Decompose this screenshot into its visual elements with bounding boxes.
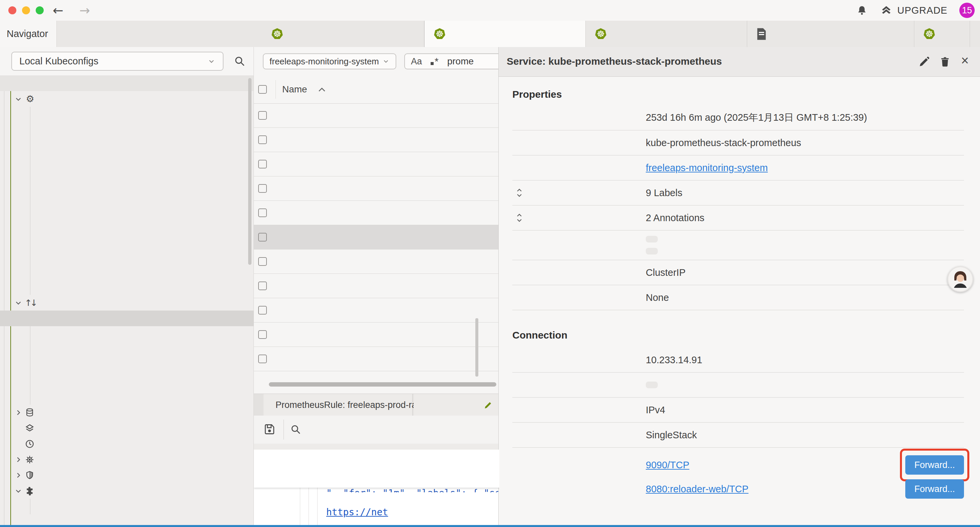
row-checkbox[interactable]: [258, 209, 267, 217]
editor-tab-next[interactable]: [414, 394, 500, 416]
table-row[interactable]: [254, 298, 500, 323]
sidebar-item-storage[interactable]: [0, 404, 253, 420]
sidebar-scrollbar[interactable]: [248, 78, 251, 265]
sidebar-item-definitions[interactable]: [0, 498, 253, 514]
chevron-down-icon[interactable]: [15, 96, 22, 103]
editor-search-icon[interactable]: [290, 424, 301, 435]
sidebar-item-config-maps[interactable]: [0, 107, 253, 123]
navigator-panel-tab[interactable]: Navigator: [0, 21, 57, 47]
sidebar-item-helm[interactable]: [0, 452, 253, 467]
chevron-right-icon[interactable]: [15, 456, 22, 463]
search-icon[interactable]: [234, 55, 245, 67]
sidebar-item-horizontal-pod-autoscalers[interactable]: [0, 169, 253, 185]
name-column-header[interactable]: Name: [282, 84, 307, 95]
sidebar-item-network[interactable]: ↑↓: [0, 295, 253, 310]
sidebar-item-custom-resources[interactable]: [0, 483, 253, 498]
yaml-editor[interactable]: ", "for": "1m", "labels": { "service": "…: [254, 450, 500, 525]
sidebar-item-leases[interactable]: [0, 248, 253, 263]
sidebar-item-limit-ranges[interactable]: [0, 154, 253, 169]
row-checkbox[interactable]: [258, 233, 267, 242]
forward-arrow-icon[interactable]: →: [80, 3, 90, 18]
notification-count-badge[interactable]: 15: [959, 3, 975, 18]
sidebar-item-ingress-classes[interactable]: [0, 358, 253, 373]
port-link[interactable]: 9090/TCP: [646, 460, 689, 471]
sidebar-item-pod-disruption-budgets[interactable]: [0, 201, 253, 217]
table-row[interactable]: [254, 177, 500, 201]
name-filter-input[interactable]: Aa * prome: [404, 53, 504, 69]
sidebar-item-ingresses[interactable]: [0, 342, 253, 358]
user-avatar[interactable]: [947, 266, 973, 292]
row-checkbox[interactable]: [258, 306, 267, 315]
editor-tab-prometheusrule[interactable]: PrometheusRule: freeleaps-prod-rabbitmq: [264, 394, 413, 416]
save-icon[interactable]: [263, 423, 276, 436]
chevron-down-icon[interactable]: [15, 487, 22, 495]
sidebar-item-namespaces[interactable]: [0, 420, 253, 436]
sidebar-item-validating-webhook-configurations[interactable]: [0, 279, 253, 295]
chevron-down-icon[interactable]: [15, 299, 22, 307]
table-row[interactable]: [254, 347, 500, 371]
horizontal-scrollbar[interactable]: [269, 382, 496, 387]
tab-pods-icecheng-mathmas[interactable]: ☸: [262, 21, 424, 47]
sidebar-item-config[interactable]: ⚙: [0, 91, 253, 107]
match-case-toggle[interactable]: Aa: [411, 56, 422, 67]
sort-updown-icon[interactable]: [516, 188, 522, 197]
row-checkbox[interactable]: [258, 135, 267, 144]
table-row[interactable]: [254, 201, 500, 225]
namespace-select[interactable]: freeleaps-monitoring-system: [263, 53, 396, 69]
back-arrow-icon[interactable]: ←: [53, 3, 64, 18]
detail-scrollbar[interactable]: [475, 318, 478, 377]
edit-pencil-icon[interactable]: [918, 56, 930, 68]
sidebar-item-secrets[interactable]: [0, 123, 253, 138]
sort-asc-icon[interactable]: [318, 87, 326, 93]
row-checkbox[interactable]: [258, 282, 267, 290]
table-row[interactable]: [254, 225, 500, 250]
sidebar-item-events[interactable]: [0, 436, 253, 452]
upgrade-button[interactable]: UPGRADE: [880, 4, 947, 17]
close-icon[interactable]: ×: [961, 54, 969, 66]
sidebar-item-services[interactable]: [0, 310, 253, 326]
forward-button[interactable]: Forward...: [905, 455, 964, 474]
tab-services-icecheng-math[interactable]: ☸: [424, 21, 586, 47]
tab-prometheus-rules-icecheng[interactable]: ☸: [586, 21, 747, 47]
port-link[interactable]: 8080:reloader-web/TCP: [646, 484, 749, 495]
minimize-window-button[interactable]: [22, 6, 30, 14]
sidebar-item-mutating-webhook-configurations[interactable]: [0, 263, 253, 279]
sidebar-item-access-control[interactable]: [0, 467, 253, 483]
row-checkbox[interactable]: [258, 330, 267, 339]
sidebar-item-resource-quotas[interactable]: [0, 138, 253, 154]
tab-argo-se[interactable]: ☸: [914, 21, 970, 47]
kubeconfig-select[interactable]: Local Kubeconfigs: [11, 52, 223, 71]
sidebar-item-port-forwarding[interactable]: [0, 389, 253, 404]
table-row[interactable]: [254, 274, 500, 298]
maximize-window-button[interactable]: [36, 6, 44, 14]
sidebar-item-priority-classes[interactable]: [0, 217, 253, 232]
row-checkbox[interactable]: [258, 184, 267, 193]
namespace-link[interactable]: freeleaps-monitoring-system: [646, 162, 768, 173]
regex-toggle[interactable]: *: [431, 56, 439, 67]
row-checkbox[interactable]: [258, 257, 267, 266]
table-row[interactable]: [254, 128, 500, 152]
table-row[interactable]: [254, 152, 500, 177]
chevron-right-icon[interactable]: [15, 409, 22, 416]
select-all-checkbox[interactable]: [258, 85, 267, 94]
sidebar-item-cron-jobs[interactable]: [0, 75, 253, 91]
table-row[interactable]: [254, 323, 500, 347]
close-window-button[interactable]: [8, 6, 16, 14]
forward-button[interactable]: Forward...: [905, 479, 964, 498]
table-row[interactable]: [254, 250, 500, 274]
sidebar-item-vertical-pod-autoscalers[interactable]: [0, 185, 253, 201]
sidebar-item-endpoints[interactable]: [0, 326, 253, 342]
row-checkbox[interactable]: [258, 355, 267, 363]
notifications-bell-icon[interactable]: [856, 5, 868, 17]
sidebar-item-runtime-classes[interactable]: [0, 232, 253, 248]
row-checkbox[interactable]: [258, 160, 267, 169]
clock-icon: [25, 439, 35, 449]
sidebar-item-network-policies[interactable]: [0, 373, 253, 389]
row-checkbox[interactable]: [258, 111, 267, 120]
delete-trash-icon[interactable]: [939, 56, 951, 68]
sort-updown-icon[interactable]: [516, 213, 522, 222]
tab-release-notes[interactable]: [747, 21, 914, 47]
runbook-url-link[interactable]: https://net: [326, 507, 388, 517]
chevron-right-icon[interactable]: [15, 471, 22, 479]
table-row[interactable]: [254, 103, 500, 128]
